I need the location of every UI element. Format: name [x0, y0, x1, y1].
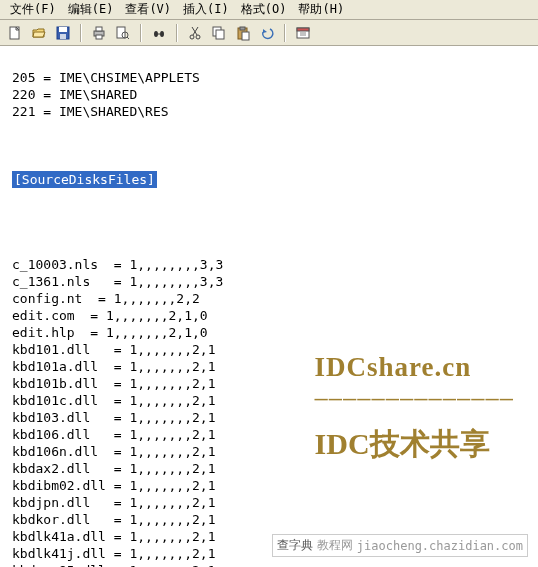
- svg-rect-6: [96, 35, 102, 39]
- menu-help[interactable]: 帮助(H): [292, 0, 350, 20]
- save-icon[interactable]: [52, 22, 74, 44]
- code-line: 221 = IME\SHARED\RES: [12, 104, 169, 119]
- paste-icon[interactable]: [232, 22, 254, 44]
- svg-line-16: [192, 27, 197, 35]
- menu-view[interactable]: 查看(V): [119, 0, 177, 20]
- code-line: edit.hlp = 1,,,,,,,2,1,0: [12, 325, 208, 340]
- code-line: kbdax2.dll = 1,,,,,,,2,1: [12, 461, 216, 476]
- code-line: kbdlk41j.dll = 1,,,,,,,2,1: [12, 546, 216, 561]
- svg-rect-18: [216, 30, 224, 39]
- svg-rect-21: [242, 32, 249, 40]
- footer-domain: jiaocheng.chazidian.com: [357, 539, 523, 553]
- code-line: edit.com = 1,,,,,,,2,1,0: [12, 308, 208, 323]
- toolbar-separator: [140, 24, 142, 42]
- editor-area[interactable]: 205 = IME\CHSIME\APPLETS 220 = IME\SHARE…: [0, 46, 538, 567]
- code-line: kbdjpn.dll = 1,,,,,,,2,1: [12, 495, 216, 510]
- new-icon[interactable]: [4, 22, 26, 44]
- menu-file[interactable]: 文件(F): [4, 0, 62, 20]
- svg-rect-2: [59, 27, 67, 32]
- watermark-divider: ——————————————: [315, 385, 514, 410]
- code-line: kbdlk41a.dll = 1,,,,,,,2,1: [12, 529, 216, 544]
- code-line: 220 = IME\SHARED: [12, 87, 137, 102]
- menu-bar: 文件(F) 编辑(E) 查看(V) 插入(I) 格式(O) 帮助(H): [0, 0, 538, 20]
- print-icon[interactable]: [88, 22, 110, 44]
- svg-rect-20: [240, 27, 245, 30]
- svg-rect-3: [60, 34, 66, 39]
- code-line: 205 = IME\CHSIME\APPLETS: [12, 70, 200, 85]
- menu-format[interactable]: 格式(O): [235, 0, 293, 20]
- svg-point-13: [190, 35, 194, 39]
- svg-point-11: [160, 31, 164, 37]
- code-line: kbd101c.dll = 1,,,,,,,2,1: [12, 393, 216, 408]
- section-header: [SourceDisksFiles]: [12, 171, 157, 188]
- svg-rect-5: [96, 27, 102, 31]
- svg-point-10: [154, 31, 158, 37]
- watermark-slogan: IDC技术共享: [315, 424, 514, 465]
- code-line: c_10003.nls = 1,,,,,,,,3,3: [12, 257, 223, 272]
- code-line: kbdkor.dll = 1,,,,,,,2,1: [12, 512, 216, 527]
- toolbar-separator: [80, 24, 82, 42]
- footer-watermark: 查字典 教程网 jiaocheng.chazidian.com: [272, 534, 528, 557]
- code-line: kbd101b.dll = 1,,,,,,,2,1: [12, 376, 216, 391]
- date-icon[interactable]: [292, 22, 314, 44]
- code-line: kbd101a.dll = 1,,,,,,,2,1: [12, 359, 216, 374]
- toolbar-separator: [284, 24, 286, 42]
- code-line: c_1361.nls = 1,,,,,,,,3,3: [12, 274, 223, 289]
- copy-icon[interactable]: [208, 22, 230, 44]
- code-line: kbd103.dll = 1,,,,,,,2,1: [12, 410, 216, 425]
- menu-edit[interactable]: 编辑(E): [62, 0, 120, 20]
- undo-icon[interactable]: [256, 22, 278, 44]
- watermark-url: IDCshare.cn: [315, 352, 514, 383]
- code-line: kbdnec95.dll = 1,,,,,,,2,1: [12, 563, 216, 567]
- svg-point-14: [196, 35, 200, 39]
- code-line: kbd106n.dll = 1,,,,,,,2,1: [12, 444, 216, 459]
- toolbar: [0, 20, 538, 46]
- code-line: kbd106.dll = 1,,,,,,,2,1: [12, 427, 216, 442]
- watermark: IDCshare.cn —————————————— IDC技术共享: [315, 352, 514, 465]
- code-line: kbd101.dll = 1,,,,,,,2,1: [12, 342, 216, 357]
- print-preview-icon[interactable]: [112, 22, 134, 44]
- open-icon[interactable]: [28, 22, 50, 44]
- find-icon[interactable]: [148, 22, 170, 44]
- toolbar-separator: [176, 24, 178, 42]
- footer-site1: 查字典: [277, 537, 313, 554]
- cut-icon[interactable]: [184, 22, 206, 44]
- svg-line-15: [193, 27, 198, 35]
- code-line: kbdibm02.dll = 1,,,,,,,2,1: [12, 478, 216, 493]
- code-line: config.nt = 1,,,,,,,2,2: [12, 291, 200, 306]
- svg-rect-23: [297, 28, 309, 31]
- menu-insert[interactable]: 插入(I): [177, 0, 235, 20]
- footer-site2: 教程网: [317, 537, 353, 554]
- svg-line-9: [127, 37, 129, 39]
